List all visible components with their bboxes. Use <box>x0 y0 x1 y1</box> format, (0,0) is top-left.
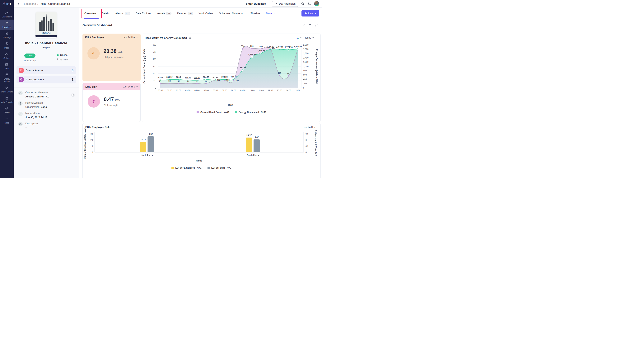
svg-text:1,614.85: 1,614.85 <box>257 50 265 52</box>
svg-text:550: 550 <box>241 45 244 48</box>
energy-down-icon <box>88 95 100 108</box>
user-avatar[interactable] <box>314 1 319 6</box>
svg-text:02:00: 02:00 <box>176 89 181 92</box>
svg-text:1,600: 1,600 <box>303 52 308 54</box>
svg-text:2,000: 2,000 <box>303 44 308 46</box>
svg-text:1,439.69: 1,439.69 <box>248 53 256 56</box>
app-logo[interactable]: IOT <box>0 0 14 8</box>
svg-text:1,200: 1,200 <box>303 61 308 63</box>
svg-text:600: 600 <box>153 44 156 46</box>
tab-details[interactable]: Details <box>102 12 110 15</box>
child-locations-count: 2 <box>72 78 74 81</box>
devices-count-badge: 16 <box>188 12 193 15</box>
status-ago: 23 hours ago <box>24 60 36 62</box>
map-pin-icon <box>5 42 9 46</box>
legend-eui-employee[interactable]: EUI per Employee - AVG <box>172 166 202 169</box>
chevron-down-icon <box>300 37 302 39</box>
breadcrumb-parent[interactable]: Locations <box>24 2 36 5</box>
svg-text:North Plaza: North Plaza <box>141 154 153 157</box>
sidebar-item-dashboard[interactable]: Dashboard <box>0 9 14 20</box>
legend-energy[interactable]: Energy Consumed - SUM <box>235 111 266 114</box>
sidebar-item-ahu[interactable]: AHU <box>0 61 14 71</box>
svg-text:10:00: 10:00 <box>250 89 254 92</box>
sidebar-item-chillers[interactable]: Chillers <box>0 51 14 61</box>
tab-overview[interactable]: Overview <box>84 12 96 15</box>
top-bar: Locations / India - Chennai Estancia Sma… <box>14 0 322 8</box>
filter-sliders-icon[interactable] <box>308 2 311 6</box>
sidebar-item-mv-projects[interactable]: M&V Projects <box>0 94 14 105</box>
description-icon <box>18 122 23 126</box>
edit-pencil-icon[interactable] <box>302 24 305 27</box>
chart-menu-icon[interactable] <box>316 36 318 40</box>
refresh-icon[interactable] <box>189 37 191 39</box>
back-arrow-icon[interactable] <box>18 2 21 6</box>
eui-split-chart-card: EUI / Employee Split Last 24 Hrs 16.780.… <box>82 123 321 178</box>
chart-range-dropdown[interactable]: Today <box>305 36 314 39</box>
legend-headcount[interactable]: Current Head Count - AVG <box>196 111 229 114</box>
tab-alarms[interactable]: Alarms42 <box>115 12 130 15</box>
water-meter-icon <box>5 86 9 90</box>
chart-title: EUI / Employee Split <box>85 126 110 128</box>
svg-text:00:00: 00:00 <box>158 89 163 92</box>
tab-more[interactable]: More <box>266 12 275 15</box>
svg-text:109: 109 <box>226 79 230 81</box>
panel-collapse-button[interactable] <box>71 93 75 97</box>
tab-scheduled-maintenance[interactable]: Scheduled Maintena... <box>219 12 245 15</box>
child-locations-row[interactable]: Child Locations 2 <box>16 76 76 84</box>
svg-text:20: 20 <box>90 139 93 141</box>
svg-text:60: 60 <box>196 80 198 82</box>
headcount-energy-chart-card: Head Count Vs Energy Consumed Today 363.… <box>142 34 321 122</box>
sidebar-item-water-meters[interactable]: Water Meters <box>0 84 14 94</box>
svg-text:167: 167 <box>287 72 290 75</box>
expand-icon[interactable] <box>315 24 318 27</box>
chevron-right-icon <box>11 108 12 109</box>
dev-application-button[interactable]: Dev Application <box>272 1 298 7</box>
online-status: Online <box>57 54 68 56</box>
source-alarms-row[interactable]: Source Alarms 0 <box>16 66 76 74</box>
sidebar-item-energy-meters[interactable]: Energy Meters <box>0 71 14 84</box>
tab-bar: Overview Details Alarms42 Data Explorer … <box>79 8 322 19</box>
chart-type-dropdown[interactable] <box>297 36 302 39</box>
ruler-gear-icon <box>5 96 9 100</box>
tab-data-explorer[interactable]: Data Explorer <box>136 12 152 15</box>
svg-text:06:00: 06:00 <box>213 89 218 92</box>
tab-devices[interactable]: Devices16 <box>177 12 193 15</box>
divider <box>14 87 79 88</box>
iot-logo-icon <box>2 2 6 6</box>
sidebar-item-assets[interactable]: Assets <box>0 105 14 115</box>
sidebar-item-maps[interactable]: Maps <box>0 40 14 51</box>
svg-text:Name: Name <box>196 160 202 162</box>
gateway-icon <box>18 91 23 95</box>
tab-assets[interactable]: Assets57 <box>157 12 172 15</box>
eui-employee-range-dropdown[interactable]: Last 24 Hrs <box>123 36 138 39</box>
location-detail-panel: DUBAI India - Chennai Estancia Region Cl… <box>14 8 79 178</box>
eui-sqft-range-dropdown[interactable]: Last 24 Hrs <box>122 85 138 88</box>
svg-text:07:00: 07:00 <box>222 89 227 92</box>
actions-button[interactable]: Actions <box>302 10 319 16</box>
svg-text:102: 102 <box>235 80 239 82</box>
eui-employee-caption: EUI per Employee <box>104 56 124 58</box>
svg-text:0: 0 <box>92 151 93 154</box>
eui-employee-value: 20.38 <box>104 48 116 54</box>
card-title: EUI / sq.ft <box>85 85 97 88</box>
eui-employee-unit: kWh <box>118 51 122 54</box>
svg-text:0: 0 <box>306 151 307 154</box>
svg-text:400: 400 <box>153 58 156 60</box>
tab-work-orders[interactable]: Work Orders <box>199 12 213 15</box>
search-icon[interactable] <box>301 2 304 6</box>
svg-text:0.4: 0.4 <box>306 139 308 141</box>
legend-eui-sqft[interactable]: EUI per sq.ft - AVG <box>208 166 232 169</box>
chevron-down-icon <box>136 36 138 38</box>
sidebar-item-buildings[interactable]: Buildings <box>0 30 14 40</box>
svg-text:834.33: 834.33 <box>240 66 246 69</box>
refresh-icon[interactable] <box>308 24 312 27</box>
tab-timeline[interactable]: Timeline <box>250 12 260 15</box>
sidebar-item-more[interactable]: More <box>0 115 14 126</box>
map-pin-icon <box>18 101 23 106</box>
ellipsis-icon <box>5 117 9 121</box>
portal-name[interactable]: Smart Buildings <box>246 2 266 5</box>
sidebar-item-locations[interactable]: Locations <box>0 20 14 30</box>
split-range-dropdown[interactable]: Last 24 Hrs <box>303 126 318 128</box>
app-window: IOT Locations / India - Chennai Estancia… <box>0 0 322 178</box>
svg-text:10: 10 <box>90 145 93 147</box>
